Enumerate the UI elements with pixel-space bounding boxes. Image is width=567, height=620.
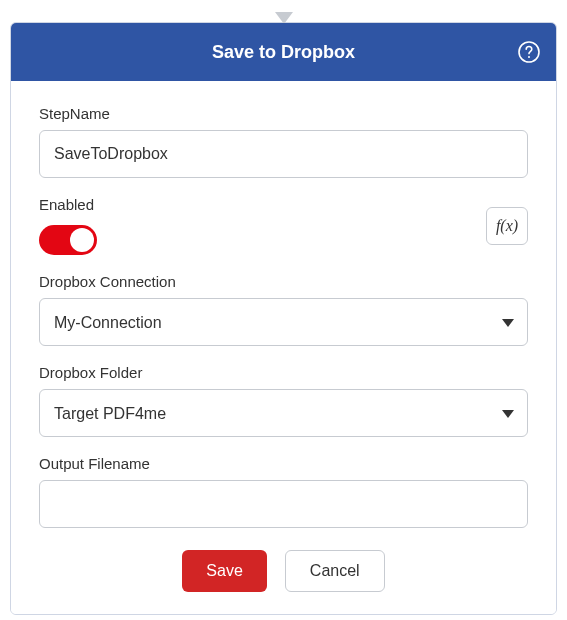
dialog-card: Save to Dropbox StepName Enabled f(x) xyxy=(10,22,557,615)
save-button[interactable]: Save xyxy=(182,550,266,592)
dropbox-folder-label: Dropbox Folder xyxy=(39,364,528,381)
stepname-input[interactable] xyxy=(39,130,528,178)
dropbox-connection-field: Dropbox Connection My-Connection xyxy=(39,273,528,346)
stepname-label: StepName xyxy=(39,105,528,122)
dropbox-connection-label: Dropbox Connection xyxy=(39,273,528,290)
dialog-title: Save to Dropbox xyxy=(212,42,355,63)
enabled-toggle[interactable] xyxy=(39,225,97,255)
cancel-button[interactable]: Cancel xyxy=(285,550,385,592)
output-filename-input[interactable] xyxy=(39,480,528,528)
dropbox-folder-field: Dropbox Folder Target PDF4me xyxy=(39,364,528,437)
dialog-body: StepName Enabled f(x) Dropbox Connection… xyxy=(11,81,556,614)
footer-buttons: Save Cancel xyxy=(39,550,528,592)
output-filename-label: Output Filename xyxy=(39,455,528,472)
output-filename-field: Output Filename xyxy=(39,455,528,528)
stepname-field: StepName xyxy=(39,105,528,178)
dialog-header: Save to Dropbox xyxy=(11,23,556,81)
svg-point-2 xyxy=(528,56,530,58)
enabled-label: Enabled xyxy=(39,196,97,213)
help-icon[interactable] xyxy=(518,41,540,63)
enabled-row: Enabled f(x) xyxy=(39,196,528,255)
dropbox-folder-select[interactable]: Target PDF4me xyxy=(39,389,528,437)
toggle-knob xyxy=(70,228,94,252)
fx-button[interactable]: f(x) xyxy=(486,207,528,245)
dropbox-connection-select[interactable]: My-Connection xyxy=(39,298,528,346)
